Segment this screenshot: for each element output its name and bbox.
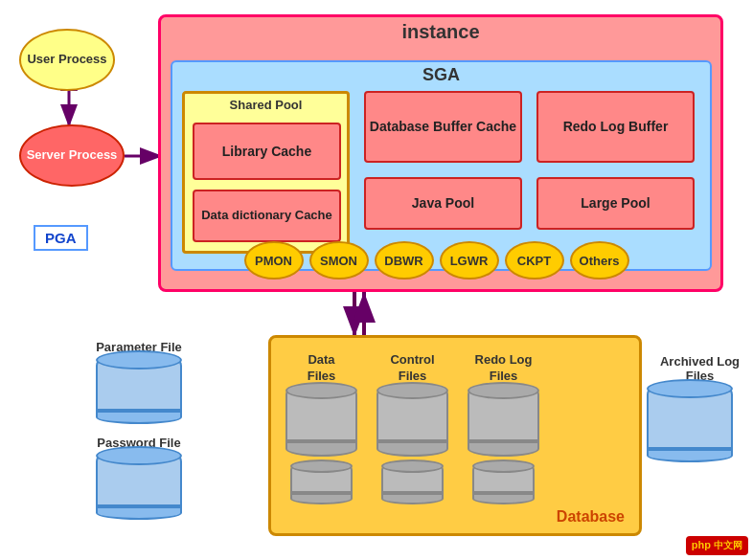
sga-label: SGA	[172, 62, 710, 85]
php-logo: php 中文网	[686, 536, 748, 555]
data-dict-cache-box: Data dictionary Cache	[193, 190, 341, 242]
large-pool-box: Large Pool	[536, 177, 695, 230]
library-cache-box: Library Cache	[193, 123, 341, 180]
control-files-label: ControlFiles	[390, 352, 434, 385]
data-files-label: DataFiles	[308, 352, 336, 385]
smon-bubble: SMON	[309, 241, 369, 280]
database-box: Database DataFiles ControlFiles	[268, 335, 642, 536]
shared-pool-box: Shared Pool Library Cache Data dictionar…	[182, 91, 350, 254]
java-pool-label: Java Pool	[412, 194, 474, 212]
server-process-label: Server Process	[27, 147, 118, 164]
redo-log-buffer-box: Redo Log Buffer	[536, 91, 695, 163]
control-files-cylinder: ControlFiles	[376, 352, 448, 504]
dbwr-bubble: DBWR	[375, 241, 434, 280]
ckpt-bubble: CKPT	[505, 241, 564, 280]
bg-processes-row: PMON SMON DBWR LGWR CKPT Others	[166, 241, 707, 280]
db-buffer-cache-label: Database Buffer Cache	[370, 118, 516, 135]
user-process-label: User Process	[27, 52, 106, 68]
redo-log-files-cylinder: Redo LogFiles	[468, 352, 539, 504]
database-label: Database	[557, 508, 625, 526]
data-files-cylinder: DataFiles	[285, 352, 357, 504]
user-process: User Process	[19, 29, 115, 91]
diagram: User Process Server Process PGA instance…	[0, 0, 753, 560]
instance-label: instance	[161, 17, 720, 43]
lgwr-bubble: LGWR	[440, 241, 499, 280]
server-process: Server Process	[19, 124, 125, 187]
redo-log-files-label: Redo LogFiles	[475, 352, 533, 385]
sga-box: SGA Shared Pool Library Cache Data dicti…	[171, 60, 712, 271]
shared-pool-label: Shared Pool	[185, 94, 347, 112]
db-files-group: DataFiles ControlFiles	[285, 352, 539, 504]
large-pool-label: Large Pool	[581, 194, 650, 212]
db-buffer-cache-box: Database Buffer Cache	[364, 91, 522, 163]
others-bubble: Others	[570, 241, 629, 280]
library-cache-label: Library Cache	[222, 143, 311, 160]
instance-box: instance SGA Shared Pool Library Cache D…	[158, 14, 723, 292]
parameter-file-wrap: Parameter File	[96, 340, 182, 424]
password-file-wrap: Password File	[96, 436, 182, 520]
archived-log-files-wrap: Archived Log Files	[647, 354, 753, 462]
pmon-bubble: PMON	[244, 241, 304, 280]
pga-label: PGA	[34, 225, 88, 251]
data-dict-cache-label: Data dictionary Cache	[201, 208, 332, 224]
redo-log-buffer-label: Redo Log Buffer	[563, 118, 669, 135]
java-pool-box: Java Pool	[364, 177, 522, 230]
